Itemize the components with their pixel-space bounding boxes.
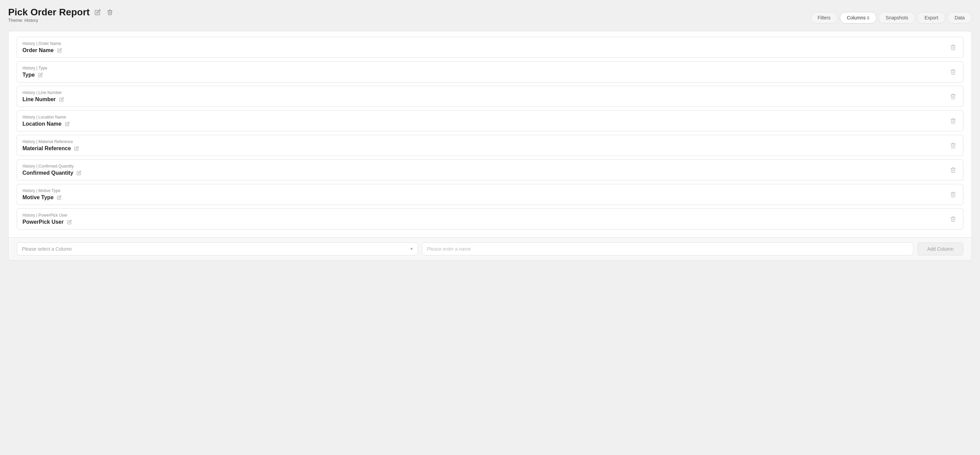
- column-source-label: History | Order Name: [22, 41, 958, 46]
- delete-column-button[interactable]: [949, 166, 958, 174]
- tab-filters[interactable]: Filters: [811, 12, 838, 24]
- columns-list: History | Order Name Order Name History …: [17, 37, 963, 230]
- delete-column-button[interactable]: [949, 117, 958, 125]
- column-row: History | Line Number Line Number: [17, 86, 963, 107]
- column-name-value: Type: [22, 72, 35, 78]
- edit-column-button[interactable]: [37, 72, 43, 78]
- column-name-value: Material Reference: [22, 145, 71, 152]
- delete-column-button[interactable]: [949, 190, 958, 199]
- column-row: History | Order Name Order Name: [17, 37, 963, 58]
- main-content: History | Order Name Order Name History …: [8, 31, 972, 260]
- tab-export[interactable]: Export: [917, 12, 945, 24]
- column-source-label: History | Type: [22, 66, 958, 70]
- top-nav: FiltersColumns8SnapshotsExportData: [811, 12, 972, 24]
- column-name-value: Confirmed Quantity: [22, 170, 73, 176]
- column-source-label: History | Location Name: [22, 115, 958, 120]
- column-name-value: Order Name: [22, 47, 54, 53]
- column-row: History | Motive Type Motive Type: [17, 184, 963, 205]
- footer-bar: Please select a Column ▼ Add Column: [8, 237, 972, 260]
- delete-column-button[interactable]: [949, 43, 958, 52]
- column-name-value: Location Name: [22, 121, 62, 127]
- edit-column-button[interactable]: [56, 195, 62, 201]
- column-row: History | Location Name Location Name: [17, 110, 963, 131]
- column-select-dropdown[interactable]: Please select a Column: [17, 243, 418, 255]
- column-row: History | PowerPick User PowerPick User: [17, 208, 963, 230]
- column-row: History | Material Reference Material Re…: [17, 135, 963, 156]
- tab-snapshots[interactable]: Snapshots: [878, 12, 915, 24]
- delete-column-button[interactable]: [949, 92, 958, 101]
- edit-column-button[interactable]: [56, 47, 63, 53]
- edit-title-button[interactable]: [93, 8, 102, 17]
- column-name-value: PowerPick User: [22, 219, 64, 225]
- column-name-value: Motive Type: [22, 195, 53, 201]
- column-source-label: History | Material Reference: [22, 139, 958, 144]
- tab-data[interactable]: Data: [947, 12, 972, 24]
- column-row: History | Confirmed Quantity Confirmed Q…: [17, 160, 963, 180]
- column-name-value: Line Number: [22, 96, 56, 102]
- delete-report-button[interactable]: [105, 8, 115, 17]
- delete-column-button[interactable]: [949, 141, 958, 150]
- tab-columns-badge: 8: [867, 16, 869, 21]
- delete-column-button[interactable]: [949, 67, 958, 76]
- edit-column-button[interactable]: [66, 219, 73, 225]
- edit-column-button[interactable]: [76, 170, 82, 176]
- delete-column-button[interactable]: [949, 215, 958, 224]
- page-title: Pick Order Report: [8, 7, 90, 18]
- column-source-label: History | Confirmed Quantity: [22, 164, 958, 169]
- edit-column-button[interactable]: [59, 96, 65, 102]
- column-name-input[interactable]: [422, 243, 913, 255]
- column-select-wrapper: Please select a Column ▼: [17, 243, 418, 255]
- column-row: History | Type Type: [17, 61, 963, 82]
- edit-column-button[interactable]: [64, 121, 70, 127]
- column-source-label: History | Motive Type: [22, 188, 958, 193]
- add-column-button[interactable]: Add Column: [917, 243, 963, 255]
- edit-column-button[interactable]: [73, 145, 80, 152]
- theme-label: Theme: History: [8, 18, 115, 23]
- column-source-label: History | Line Number: [22, 90, 958, 95]
- column-source-label: History | PowerPick User: [22, 213, 958, 218]
- tab-columns[interactable]: Columns8: [840, 12, 877, 24]
